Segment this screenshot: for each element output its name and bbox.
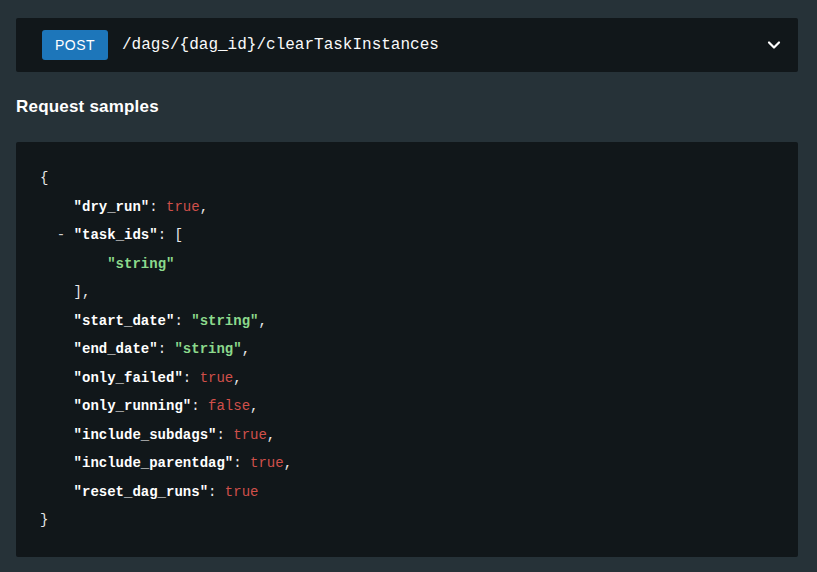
code-line: ],	[40, 278, 774, 307]
json-sample-code: { "dry_run": true, - "task_ids": [ "stri…	[16, 142, 798, 557]
json-punctuation: ,	[200, 199, 208, 215]
endpoint-path: /dags/{dag_id}/clearTaskInstances	[122, 36, 439, 54]
json-boolean-value: true	[233, 427, 267, 443]
json-punctuation	[40, 227, 57, 243]
collapse-array-toggle[interactable]: -	[57, 227, 65, 243]
code-line: - "task_ids": [	[40, 221, 774, 250]
json-punctuation: }	[40, 512, 48, 528]
json-boolean-value: true	[250, 455, 284, 471]
code-line: "reset_dag_runs": true	[40, 478, 774, 507]
json-key: "dry_run"	[74, 199, 150, 215]
json-punctuation: ,	[233, 370, 241, 386]
json-punctuation	[40, 199, 74, 215]
json-punctuation: :	[174, 313, 191, 329]
code-line: "start_date": "string",	[40, 307, 774, 336]
json-punctuation: ,	[242, 341, 250, 357]
api-docs-request-samples-panel: POST /dags/{dag_id}/clearTaskInstances R…	[0, 0, 817, 572]
json-punctuation	[40, 341, 74, 357]
json-boolean-value: false	[208, 398, 250, 414]
json-punctuation	[40, 427, 74, 443]
json-punctuation: ,	[284, 455, 292, 471]
code-line: "include_parentdag": true,	[40, 449, 774, 478]
code-line: "include_subdags": true,	[40, 421, 774, 450]
json-key: "only_failed"	[74, 370, 183, 386]
json-key: "task_ids"	[74, 227, 158, 243]
json-key: "end_date"	[74, 341, 158, 357]
code-line: "dry_run": true,	[40, 193, 774, 222]
json-punctuation: :	[191, 398, 208, 414]
json-boolean-value: true	[225, 484, 259, 500]
http-method-badge: POST	[42, 30, 108, 60]
json-punctuation: :	[158, 341, 175, 357]
code-line: "end_date": "string",	[40, 335, 774, 364]
json-punctuation: :	[233, 455, 250, 471]
code-line: }	[40, 506, 774, 535]
json-punctuation	[40, 398, 74, 414]
json-punctuation: :	[149, 199, 166, 215]
json-key: "include_parentdag"	[74, 455, 234, 471]
code-line: "only_running": false,	[40, 392, 774, 421]
json-string-value: "string"	[191, 313, 258, 329]
json-punctuation: {	[40, 170, 48, 186]
json-boolean-value: true	[166, 199, 200, 215]
json-key: "only_running"	[74, 398, 192, 414]
json-punctuation: : [	[158, 227, 183, 243]
request-sample-code-panel: { "dry_run": true, - "task_ids": [ "stri…	[16, 142, 798, 557]
json-punctuation	[40, 370, 74, 386]
json-punctuation	[40, 484, 74, 500]
json-punctuation: :	[216, 427, 233, 443]
json-punctuation: :	[183, 370, 200, 386]
endpoint-header[interactable]: POST /dags/{dag_id}/clearTaskInstances	[16, 18, 798, 72]
json-punctuation	[40, 455, 74, 471]
json-punctuation: ],	[40, 284, 90, 300]
json-punctuation: ,	[250, 398, 258, 414]
json-punctuation	[65, 227, 73, 243]
json-string-value: "string"	[174, 341, 241, 357]
json-key: "include_subdags"	[74, 427, 217, 443]
request-samples-title: Request samples	[16, 97, 798, 117]
json-boolean-value: true	[200, 370, 234, 386]
code-line: {	[40, 164, 774, 193]
code-line: "only_failed": true,	[40, 364, 774, 393]
json-key: "reset_dag_runs"	[74, 484, 208, 500]
json-string-value: "string"	[107, 256, 174, 272]
json-punctuation: ,	[267, 427, 275, 443]
json-punctuation: :	[208, 484, 225, 500]
chevron-down-icon[interactable]	[764, 35, 784, 55]
json-punctuation: ,	[258, 313, 266, 329]
json-key: "start_date"	[74, 313, 175, 329]
code-line: "string"	[40, 250, 774, 279]
json-punctuation	[40, 313, 74, 329]
json-punctuation	[40, 256, 107, 272]
